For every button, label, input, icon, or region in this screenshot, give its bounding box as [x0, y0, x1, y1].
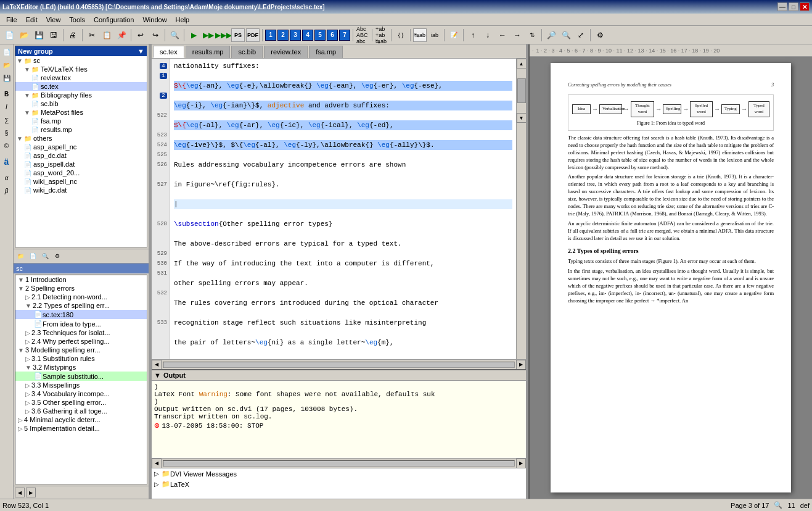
num-btn-6[interactable]: 6 — [327, 30, 338, 41]
preview-content[interactable]: Correcting spelling errors by modelling … — [530, 57, 812, 499]
tree-item-wiki1[interactable]: 📄wiki_aspell_nc — [15, 177, 147, 186]
compile2-icon[interactable]: ▶▶ — [202, 28, 215, 42]
search-icon[interactable]: 🔍 — [168, 28, 181, 42]
lt-open-icon[interactable]: 📂 — [1, 59, 13, 71]
lt-italic-icon[interactable]: I — [1, 101, 13, 113]
zoom-fit-icon[interactable]: ⤢ — [574, 28, 588, 42]
sidebar-btn-4[interactable]: ⚙ — [52, 251, 63, 262]
tree-item-asp2[interactable]: 📄asp_dc.dat — [15, 151, 147, 160]
outline-item-3[interactable]: ▼3 Modelling spelling err... — [15, 346, 147, 354]
log-hscroll-left[interactable]: ◀ — [152, 459, 162, 468]
arrow-up-icon[interactable]: ↑ — [466, 28, 480, 42]
msg-dvi[interactable]: ▷📁DVI Viewer Messages — [152, 468, 526, 479]
menu-help[interactable]: Help — [172, 15, 194, 25]
outline-item-spelling[interactable]: ▼2 Spelling errors — [15, 284, 147, 293]
outline-item-36[interactable]: ▷3.6 Gathering it all toge... — [15, 407, 147, 415]
outline-item-23[interactable]: ▷2.3 Techniques for isolat... — [15, 328, 147, 337]
outline-item-34[interactable]: ▷3.4 Vocabulary incompe... — [15, 389, 147, 398]
outline-item-intro[interactable]: ▼1 Introduction — [15, 275, 147, 284]
num-btn-2[interactable]: 2 — [277, 30, 289, 41]
editor-hscroll-left[interactable]: ◀ — [152, 360, 162, 370]
menu-view[interactable]: View — [43, 15, 65, 25]
outline-item-sample[interactable]: 📄Sample substitutio... — [15, 372, 147, 381]
num-btn-4[interactable]: 4 — [302, 30, 313, 41]
num-btn-1[interactable]: 1 — [265, 30, 276, 41]
outline-item-35[interactable]: ▷3.5 Other spelling error... — [15, 398, 147, 407]
menu-edit[interactable]: Edit — [22, 15, 41, 25]
sidebar-btn-3[interactable]: 🔍 — [39, 251, 51, 262]
tree-item-others[interactable]: ▼📁others — [15, 134, 147, 143]
tree-item-tex-folder[interactable]: ▼📁TeX/LaTeX files — [15, 65, 147, 73]
outline-item-24[interactable]: ▷2.4 Why perfect spelling... — [15, 337, 147, 346]
zoom-out-icon[interactable]: 🔍 — [559, 28, 573, 42]
menu-file[interactable]: File — [2, 15, 21, 25]
ps-icon[interactable]: PS — [231, 28, 245, 42]
tree-item-results-mp[interactable]: 📄results.mp — [15, 125, 147, 134]
abc-icon[interactable]: Abc ABC abc — [356, 28, 369, 42]
open-icon[interactable]: 📂 — [17, 28, 31, 42]
sidebar-btn-1[interactable]: 📁 — [15, 251, 26, 262]
lt-alpha-icon[interactable]: α — [1, 172, 13, 184]
editor-textarea[interactable]: nationality suffixes: $\{\eg{-an}, \eg{-… — [170, 59, 516, 359]
sidebar-btn-2[interactable]: 📄 — [27, 251, 38, 262]
tab-review-tex[interactable]: review.tex — [264, 46, 308, 58]
tree-item-bib-folder[interactable]: ▼📁Bibliography files — [15, 91, 147, 99]
pdf-icon[interactable]: PDF — [246, 28, 260, 42]
lt-math-icon[interactable]: ∑ — [1, 114, 13, 126]
tab-results-mp[interactable]: results.mp — [186, 46, 231, 58]
close-button[interactable]: ✕ — [800, 2, 810, 11]
log-hscroll[interactable]: ◀ ▶ — [152, 458, 526, 468]
sidebar-scroll-left[interactable]: ◀ — [15, 488, 25, 497]
tree-item-mp-folder[interactable]: ▼📁MetaPost files — [15, 108, 147, 117]
outline-item-4[interactable]: ▷4 Minimal acyclic deterr... — [15, 415, 147, 424]
new-file-icon[interactable]: 📄 — [2, 28, 16, 42]
tab-icon[interactable]: +ab +ab ↹ab — [375, 28, 388, 42]
save-all-icon[interactable]: 🖫 — [47, 28, 60, 42]
save-icon[interactable]: 💾 — [32, 28, 46, 42]
cut-icon[interactable]: ✂ — [85, 28, 99, 42]
editor-vscroll[interactable]: ▲ ▼ — [516, 59, 526, 359]
outline-item-32[interactable]: ▼3.2 Mistypings — [15, 363, 147, 372]
tree-item-wiki2[interactable]: 📄wiki_dc.dat — [15, 186, 147, 194]
undo-icon[interactable]: ↩ — [134, 28, 147, 42]
sort-icon[interactable]: ⇅ — [525, 28, 539, 42]
log-expand-icon[interactable]: ▼ — [154, 372, 161, 379]
tab-sc-tex[interactable]: sc.tex — [153, 46, 184, 58]
outline-item-fromidea[interactable]: 📄From idea to type... — [15, 319, 147, 328]
menu-window[interactable]: Window — [139, 15, 170, 25]
minimize-button[interactable]: — — [777, 2, 787, 11]
outline-item-sc180[interactable]: 📄sc.tex:180 — [15, 310, 147, 319]
tree-item-asp3[interactable]: 📄asp_ispell.dat — [15, 160, 147, 168]
msg-latex[interactable]: ▷📁LaTeX — [152, 479, 526, 489]
paste-icon[interactable]: 📌 — [115, 28, 128, 42]
editor-scroll-up[interactable]: ▲ — [517, 59, 527, 69]
compile-icon[interactable]: ▶ — [187, 28, 200, 42]
num-btn-5[interactable]: 5 — [314, 30, 326, 41]
compile3-icon[interactable]: ▶▶▶ — [216, 28, 230, 42]
iab2-icon[interactable]: iab — [428, 28, 441, 42]
arrow-left-icon[interactable]: ← — [496, 28, 509, 42]
editor-hscroll[interactable]: ◀ ▶ — [152, 359, 526, 369]
brace-icon[interactable]: { } — [394, 28, 408, 42]
menu-tools[interactable]: Tools — [65, 15, 89, 25]
tree-item-review-tex[interactable]: 📄review.tex — [15, 73, 147, 82]
lt-ref-icon[interactable]: § — [1, 127, 13, 139]
tree-item-sc-tex[interactable]: 📄sc.tex — [15, 82, 147, 91]
lt-a-icon[interactable]: ä — [1, 156, 13, 168]
lt-save-icon[interactable]: 💾 — [1, 72, 13, 84]
tree-item-sc-bib[interactable]: 📄sc.bib — [15, 99, 147, 108]
editor-hscroll-right[interactable]: ▶ — [516, 360, 526, 370]
outline-item-31[interactable]: ▷3.1 Substitution rules — [15, 354, 147, 363]
lt-cite-icon[interactable]: © — [1, 139, 13, 152]
zoom-in-icon[interactable]: 🔎 — [544, 28, 558, 42]
file-tree[interactable]: New group ▼ ▼📁sc ▼📁TeX/LaTeX files 📄revi… — [15, 46, 147, 247]
redo-icon[interactable]: ↪ — [149, 28, 162, 42]
log-hscroll-right[interactable]: ▶ — [516, 459, 526, 468]
outline-item-22[interactable]: ▼2.2 Types of spelling err... — [15, 301, 147, 310]
num-btn-7[interactable]: 7 — [339, 30, 350, 41]
lt-beta-icon[interactable]: β — [1, 185, 13, 197]
tree-item-asp4[interactable]: 📄asp_word_20... — [15, 168, 147, 177]
maximize-button[interactable]: □ — [789, 2, 798, 11]
editor-content[interactable]: 4 1 0 2 0 522 0 523 524 525 526 0 527 0 … — [152, 59, 526, 359]
arrow-right-icon[interactable]: → — [511, 28, 524, 42]
